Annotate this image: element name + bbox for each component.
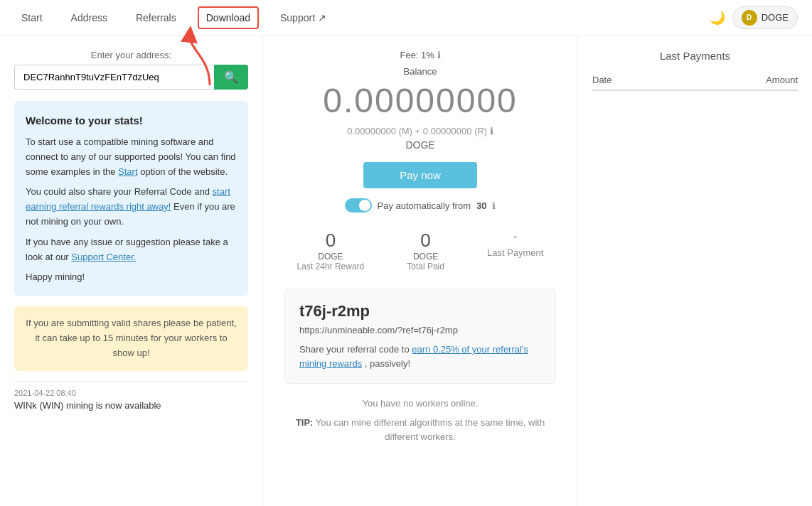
- nav-support[interactable]: Support ↗: [273, 8, 333, 28]
- nav-download[interactable]: Download: [198, 6, 259, 29]
- reward-currency: DOGE: [297, 252, 365, 262]
- referral-text: Share your referral code to earn 0.25% o…: [299, 343, 541, 370]
- total-paid: 0 DOGE Total Paid: [407, 230, 444, 271]
- main-layout: Enter your address: 🔍 Welcome to your st…: [0, 36, 812, 506]
- address-input[interactable]: [14, 65, 214, 90]
- tip-text: TIP: You can mine different algorithms a…: [284, 416, 556, 443]
- no-workers-text: You have no workers online.: [284, 398, 556, 409]
- fee-label: Fee: 1%: [400, 50, 434, 60]
- address-label: Enter your address:: [14, 50, 248, 60]
- balance-sub: 0.00000000 (M) + 0.00000000 (R) ℹ: [284, 126, 556, 136]
- last-payment-dash: -: [487, 230, 544, 244]
- welcome-box: Welcome to your stats! To start use a co…: [14, 101, 248, 296]
- support-link[interactable]: Support Center.: [71, 252, 136, 262]
- nav-right: 🌙 D DOGE: [710, 6, 798, 29]
- balance-currency: DOGE: [284, 139, 556, 151]
- fee-info-icon[interactable]: ℹ: [437, 50, 441, 60]
- paid-value: 0: [407, 230, 444, 252]
- nav-referrals[interactable]: Referrals: [129, 8, 183, 28]
- doge-coin-icon: D: [742, 10, 757, 26]
- auto-pay-info-icon[interactable]: ℹ: [492, 200, 496, 211]
- news-title: WINk (WIN) mining is now available: [14, 400, 248, 411]
- last-payment-block: - Last Payment: [487, 230, 544, 271]
- nav-left: Start Address Referrals Download Support…: [14, 6, 333, 29]
- referral-box: t76j-r2mp https://unmineable.com/?ref=t7…: [284, 289, 556, 384]
- doge-selector[interactable]: D DOGE: [732, 6, 798, 29]
- last-payments-title: Last Payments: [592, 50, 798, 62]
- warning-text: If you are submitting valid shares pleas…: [26, 318, 236, 358]
- welcome-title: Welcome to your stats!: [26, 112, 237, 129]
- search-button[interactable]: 🔍: [214, 65, 248, 90]
- search-icon: 🔍: [224, 71, 238, 83]
- left-panel: Enter your address: 🔍 Welcome to your st…: [0, 36, 263, 506]
- referral-code: t76j-r2mp: [299, 302, 541, 321]
- auto-pay-toggle[interactable]: [345, 198, 372, 212]
- last-payment-label: Last Payment: [487, 247, 544, 258]
- nav-start[interactable]: Start: [14, 8, 50, 28]
- last-24hr-reward: 0 DOGE Last 24hr Reward: [297, 230, 365, 271]
- reward-label: Last 24hr Reward: [297, 262, 365, 271]
- auto-pay-value: 30: [476, 200, 486, 211]
- warning-box: If you are submitting valid shares pleas…: [14, 306, 248, 370]
- referral-url: https://unmineable.com/?ref=t76j-r2mp: [299, 325, 541, 335]
- auto-pay-row: Pay automatically from 30 ℹ: [284, 198, 556, 212]
- welcome-p1: To start use a compatible mining softwar…: [26, 135, 237, 179]
- col-date-header: Date: [592, 70, 671, 90]
- welcome-p2: You could also share your Referral Code …: [26, 185, 237, 229]
- balance-sub-info-icon[interactable]: ℹ: [490, 126, 493, 136]
- welcome-p3: If you have any issue or suggestion plea…: [26, 235, 237, 265]
- paid-label: Total Paid: [407, 262, 444, 271]
- doge-label: DOGE: [762, 12, 789, 23]
- dark-mode-button[interactable]: 🌙: [710, 10, 725, 26]
- stats-row: 0 DOGE Last 24hr Reward 0 DOGE Total Pai…: [284, 230, 556, 271]
- nav-address[interactable]: Address: [64, 8, 114, 28]
- toggle-knob: [359, 200, 370, 211]
- center-panel: Fee: 1% ℹ Balance 0.00000000 0.00000000 …: [263, 36, 577, 506]
- reward-value: 0: [297, 230, 365, 252]
- balance-m-value: 0.00000000: [347, 126, 396, 136]
- start-link[interactable]: Start: [118, 166, 137, 177]
- address-input-row: 🔍: [14, 65, 248, 90]
- balance-amount: 0.00000000: [284, 81, 556, 120]
- payments-table: Date Amount: [592, 70, 798, 91]
- balance-section-label: Balance: [284, 66, 556, 77]
- news-item: 2021-04-22 08:40 WINk (WIN) mining is no…: [14, 381, 248, 418]
- col-amount-header: Amount: [671, 70, 798, 90]
- news-date: 2021-04-22 08:40: [14, 389, 248, 397]
- auto-pay-label: Pay automatically from: [378, 200, 471, 211]
- welcome-p4: Happy mining!: [26, 270, 237, 285]
- right-panel: Last Payments Date Amount: [577, 36, 812, 506]
- balance-r-value: 0.00000000: [423, 126, 472, 136]
- fee-line: Fee: 1% ℹ: [284, 50, 556, 60]
- navbar: Start Address Referrals Download Support…: [0, 0, 812, 36]
- paid-currency: DOGE: [407, 252, 444, 262]
- pay-now-button[interactable]: Pay now: [363, 162, 477, 188]
